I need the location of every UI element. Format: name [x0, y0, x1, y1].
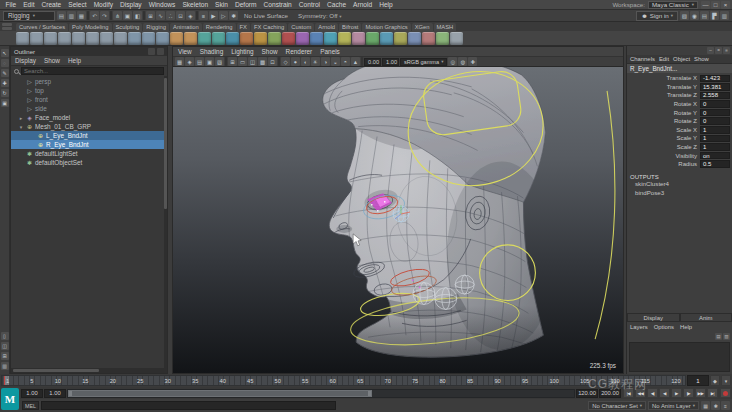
channel-speed-icon[interactable]: = [715, 47, 722, 54]
layer-editor-menu-item[interactable]: Options [654, 324, 674, 330]
layer-button-icon[interactable]: ▥ [723, 333, 730, 340]
channel-row[interactable]: Scale X 1 [627, 126, 732, 135]
gamma-field[interactable]: 1.00 [382, 58, 399, 66]
channel-row[interactable]: Translate Y 15.381 [627, 83, 732, 92]
outliner-menu-item[interactable]: Help [68, 57, 81, 64]
status-icon[interactable]: ✱ [229, 11, 238, 20]
window-button[interactable]: × [721, 1, 730, 9]
menu-item[interactable]: Deform [231, 1, 260, 8]
channel-row[interactable]: Radius 0.5 [627, 160, 732, 169]
statusbar-icon[interactable]: ▦ [701, 401, 710, 410]
shelf-menu-icon[interactable] [2, 23, 12, 30]
menu-item[interactable]: Windows [145, 1, 179, 8]
outliner-row[interactable]: ▷ front [11, 95, 167, 104]
menu-item[interactable]: File [2, 1, 20, 8]
menu-item[interactable]: Cache [324, 1, 350, 8]
layer-button-icon[interactable]: ▤ [715, 333, 722, 340]
outliner-row[interactable]: ▷ persp [11, 77, 167, 86]
window-button[interactable]: — [701, 1, 710, 9]
menu-item[interactable]: Create [38, 1, 65, 8]
status-icon[interactable]: ▶ [209, 11, 218, 20]
selected-object-name[interactable]: R_Eye_BndJnt... [627, 64, 732, 73]
shelf-icon[interactable] [170, 32, 183, 45]
layer-list[interactable] [629, 342, 730, 372]
animation-end-field[interactable]: 200.00 [599, 389, 621, 398]
playback-button[interactable]: ▶ [671, 388, 682, 398]
channel-row[interactable]: Rotate Z 0 [627, 117, 732, 126]
status-icon[interactable]: ◈ [186, 11, 195, 20]
viewport-toolbar-icon[interactable]: ◓ [341, 57, 350, 66]
playback-start-field[interactable]: 1.00 [44, 389, 66, 398]
shelf-icon[interactable] [184, 32, 197, 45]
symmetry-dropdown[interactable]: Symmetry: Off ▾ [294, 12, 345, 19]
character-set-dropdown[interactable]: No Character Set▾ [588, 401, 646, 410]
status-icon[interactable]: ▷ [219, 11, 228, 20]
status-icon[interactable]: ◧ [133, 11, 142, 20]
channel-speed-icon[interactable]: – [707, 47, 714, 54]
viewport-toolbar-icon[interactable]: ▲ [351, 57, 360, 66]
shelf-icon[interactable] [310, 32, 323, 45]
exposure-field[interactable]: 0.00 [364, 58, 381, 66]
shelf-icon[interactable] [198, 32, 211, 45]
channel-value-field[interactable]: on [700, 152, 730, 160]
shelf-icon[interactable] [240, 32, 253, 45]
viewport-toolbar-icon[interactable]: ▩ [258, 57, 267, 66]
panel-pin-icon[interactable] [148, 48, 155, 55]
status-icon[interactable]: ⊞ [146, 11, 155, 20]
viewport-toolbar-icon[interactable]: ◇ [281, 57, 290, 66]
status-icon[interactable] [196, 11, 198, 20]
outliner-menu-item[interactable]: Display [15, 57, 36, 64]
playback-button[interactable]: ▶▶ [695, 388, 706, 398]
shelf-tab[interactable]: XGen [412, 23, 433, 31]
menu-item[interactable]: Skeleton [179, 1, 212, 8]
viewport-menu-item[interactable]: Shading [200, 48, 223, 55]
layout-preset-icon[interactable]: ▥ [1, 362, 9, 370]
shelf-icon[interactable] [58, 32, 71, 45]
menu-set-dropdown[interactable]: Rigging▾ [3, 11, 55, 21]
shelf-icon[interactable] [366, 32, 379, 45]
status-icon[interactable] [143, 11, 145, 20]
shelf-tab[interactable]: Motion Graphics [362, 23, 410, 31]
shelf-icon[interactable] [408, 32, 421, 45]
viewport-toolbar-icon[interactable]: ◒ [331, 57, 340, 66]
command-line-input[interactable] [41, 401, 336, 410]
shelf-icon[interactable] [142, 32, 155, 45]
menu-item[interactable]: Arnold [350, 1, 376, 8]
viewport-toolbar-icon[interactable]: ⊞ [228, 57, 237, 66]
shelf-icon[interactable] [282, 32, 295, 45]
viewport-toolbar-icon[interactable]: ☀ [311, 57, 320, 66]
viewport-toolbar-icon[interactable]: ⊡ [268, 57, 277, 66]
current-frame-field[interactable]: 1 [687, 375, 709, 386]
shelf-icon[interactable] [44, 32, 57, 45]
viewport-toolbar-icon[interactable]: ◐ [301, 57, 310, 66]
shelf-icon[interactable] [296, 32, 309, 45]
viewport-toolbar-icon[interactable] [225, 57, 227, 66]
viewport-menu-item[interactable]: Panels [320, 48, 340, 55]
layout-preset-icon[interactable]: ◫ [1, 342, 9, 350]
tool-icon[interactable]: ▣ [1, 99, 9, 107]
status-icon[interactable]: ▥ [67, 11, 76, 20]
viewport-toolbar-icon[interactable]: ▭ [238, 57, 247, 66]
shelf-tab[interactable]: Arnold [315, 23, 338, 31]
channel-value-field[interactable]: -1.423 [700, 75, 730, 83]
status-icon[interactable]: ▤ [57, 11, 66, 20]
viewport-canvas[interactable]: 225.3 fps [173, 67, 623, 373]
menu-item[interactable]: Control [295, 1, 323, 8]
status-icon[interactable] [87, 11, 89, 20]
range-slider-thumb[interactable] [68, 390, 372, 397]
status-icon[interactable]: ⊡ [176, 11, 185, 20]
shelf-tab[interactable]: Rendering [203, 23, 236, 31]
panel-menu-icon[interactable] [157, 48, 164, 55]
viewport-toolbar-icon[interactable]: ◫ [248, 57, 257, 66]
shelf-icon[interactable] [30, 32, 43, 45]
menu-item[interactable]: Select [65, 1, 90, 8]
viewport-toolbar-icon[interactable]: ● [291, 57, 300, 66]
status-icon[interactable]: ≡ [199, 11, 208, 20]
shelf-icon[interactable] [324, 32, 337, 45]
time-slider-option-icon[interactable]: ▾ [721, 375, 731, 386]
status-icon[interactable]: ▦ [77, 11, 86, 20]
viewport-menu-item[interactable]: View [178, 48, 192, 55]
expand-arrow-icon[interactable]: ▸ [18, 115, 24, 121]
shelf-icon[interactable] [450, 32, 463, 45]
shelf-icon[interactable] [226, 32, 239, 45]
